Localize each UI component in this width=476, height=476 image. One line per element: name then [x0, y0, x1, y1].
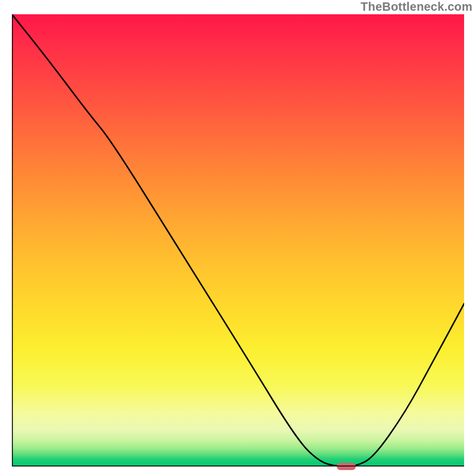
plot-area: [12, 14, 464, 466]
chart-container: TheBottleneck.com: [0, 0, 476, 476]
bottleneck-curve: [12, 14, 464, 466]
optimal-marker: [337, 463, 356, 470]
attribution-text: TheBottleneck.com: [361, 0, 472, 14]
curve-layer: [12, 14, 464, 466]
